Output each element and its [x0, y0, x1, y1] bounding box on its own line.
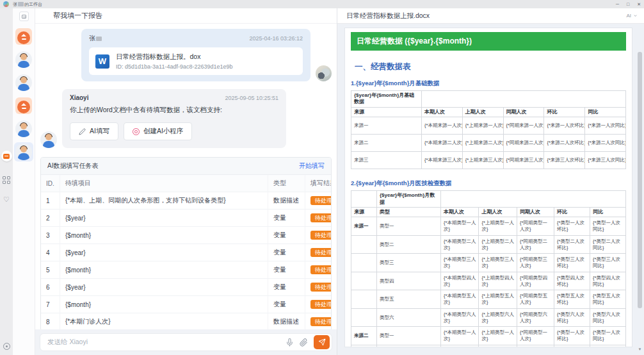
assistant-message-time: 2025-09-05 10:25:51 — [225, 95, 278, 101]
task-status: 待处理 — [305, 313, 331, 329]
task-row-8: 8{*本期门诊人次}数据描述待处理 — [41, 313, 331, 329]
task-id: 5 — [41, 261, 60, 279]
doc-subheading-1: 1.{$year}年{$month}月基础数据 — [351, 79, 626, 88]
minimize-button[interactable]: ─ — [616, 2, 619, 6]
agent-avatar-3[interactable] — [14, 73, 33, 92]
microphone-button[interactable] — [286, 338, 294, 347]
task-row-6: 6{$year}变量待处理 — [41, 279, 331, 296]
scroll-down-arrow[interactable]: ▼ — [638, 347, 642, 351]
miniprogram-icon — [133, 128, 140, 135]
paperclip-icon — [300, 338, 308, 347]
window-title: 张的工作台 — [13, 1, 42, 8]
table2-row: 来源一类型一{*本期类型一人次}{*上期类型一人次}{*同期类型一人次}{*类型… — [351, 217, 626, 236]
agent-avatar-4[interactable] — [14, 96, 33, 115]
user-message: 张 2025-04-16 03:26:12 W 日常经营指标数据上报。dox I… — [40, 29, 332, 81]
task-item: {$year} — [60, 244, 268, 261]
status-badge: 待处理 — [310, 283, 331, 292]
agent-avatar-1[interactable] — [14, 27, 33, 46]
doc-subheading-2: 2.{$year}年{$month}月医技检查数据 — [351, 179, 626, 188]
create-ai-miniprogram-button[interactable]: 创建AI小程序 — [124, 122, 192, 140]
document-title: 日常经营指标数据上报.docx — [346, 12, 430, 21]
chat-nav-button[interactable] — [0, 151, 13, 161]
agent-avatar-6[interactable] — [14, 142, 33, 161]
scrollbar-thumb[interactable] — [638, 52, 642, 308]
document-body: 日常经营数据 ({$year}.{$month}) 一、经营数据表 1.{$ye… — [337, 24, 644, 355]
maximize-button[interactable]: □ — [627, 2, 629, 6]
table2-caption-row: {$year}年{$month}月数据 — [351, 191, 626, 208]
conversation-list-button[interactable] — [19, 12, 29, 21]
assistant-avatar[interactable] — [40, 131, 57, 148]
ai-menu-button[interactable]: AI — [626, 13, 638, 19]
ai-fill-button[interactable]: AI填写 — [70, 122, 118, 140]
table2-row: 类型四{*本期类型四人次}{*上期类型四人次}{*同期类型四人次}{*类型四人次… — [351, 272, 626, 290]
app-logo-icon — [3, 1, 9, 7]
table1-caption-row: {$year}年{$month}月基础数据 — [351, 91, 626, 108]
task-type: 变量 — [268, 244, 305, 261]
input-placeholder: 发送给 Xiaoyi — [47, 338, 280, 347]
start-fill-link[interactable]: 开始填写 — [299, 161, 325, 170]
task-item: {$month} — [60, 227, 268, 244]
task-table-header-row: ID. 待填项目 类型 填写结果 — [41, 175, 331, 192]
agent-avatar-5[interactable] — [14, 119, 33, 138]
ai-task-table: AI数据填写任务表 开始填写 ID. 待填项目 类型 填写结果 1{*本期、上期… — [40, 157, 332, 329]
table2-row: 类型三{*本期类型三人次}{*上期类型三人次}{*同期类型三人次}{*类型三人次… — [351, 254, 626, 272]
col-header-id: ID. — [41, 175, 60, 192]
doc-banner: 日常经营数据 ({$year}.{$month}) — [351, 32, 626, 51]
task-type: 变量 — [268, 210, 305, 227]
document-page: 日常经营数据 ({$year}.{$month}) 一、经营数据表 1.{$ye… — [344, 28, 632, 347]
status-badge: 待处理 — [310, 317, 331, 326]
task-id: 1 — [41, 192, 60, 210]
table1-header-row: 来源本期人次上期人次同期人次环比同比 — [351, 107, 626, 117]
word-file-icon: W — [95, 54, 109, 69]
window-title-prefix: 张 — [13, 1, 17, 8]
redacted-name — [96, 37, 102, 41]
table2-row: 类型二{*本期类型二人次}{*上期类型二人次}{*同期类型二人次}{*类型二人次… — [351, 345, 626, 347]
task-item: {*本期门诊人次} — [60, 313, 268, 329]
favorites-nav-button[interactable]: ♡ — [0, 195, 13, 204]
exam-data-table: {$year}年{$month}月数据来源类型本期人次上期人次同期人次环比同比来… — [351, 190, 626, 347]
task-id: 8 — [41, 313, 60, 329]
titlebar: 张的工作台 ─ □ ✕ — [0, 0, 644, 8]
person-avatar-icon — [15, 51, 32, 68]
task-type: 数据描述 — [268, 313, 305, 329]
task-id: 7 — [41, 296, 60, 313]
task-row-3: 3{$month}变量待处理 — [41, 227, 331, 244]
status-badge: 待处理 — [310, 196, 331, 205]
heart-icon: ♡ — [3, 195, 10, 204]
apps-nav-button[interactable] — [0, 176, 13, 184]
assistant-message: Xiaoyi 2025-09-05 10:25:51 你上传的Word文档中含有… — [40, 89, 332, 148]
status-badge: 待处理 — [310, 248, 331, 257]
task-type: 变量 — [268, 279, 305, 296]
task-row-7: 7{$month}变量待处理 — [41, 296, 331, 313]
app-window: 张的工作台 ─ □ ✕ ♡ — [0, 0, 644, 355]
person-avatar-icon — [15, 120, 32, 137]
agent-list — [13, 8, 35, 355]
task-item: {$month} — [60, 261, 268, 279]
message-input[interactable]: 发送给 Xiaoyi — [40, 333, 332, 351]
agent-avatar-2[interactable] — [14, 50, 33, 69]
chat-panel: 帮我填一下报告 张 2025-04-16 03:26:12 W — [35, 8, 337, 355]
settings-nav-button[interactable] — [0, 343, 13, 350]
attached-file-card[interactable]: W 日常经营指标数据上报。dox ID: d5d1d1ba-3a11-4adf-… — [89, 47, 303, 75]
chevron-down-icon — [633, 13, 638, 18]
file-id: ID: d5d1d1ba-3a11-4adf-9ac8-22639d1e1e9b — [116, 63, 232, 70]
send-button[interactable] — [314, 335, 330, 349]
task-type: 变量 — [268, 227, 305, 244]
redacted-name — [18, 2, 24, 6]
task-id: 6 — [41, 279, 60, 296]
task-item: {*本期、上期、同期的人次条形图，支持下钻到设备类型} — [60, 192, 268, 210]
attach-button[interactable] — [300, 338, 308, 347]
bot-avatar-icon — [15, 28, 32, 45]
col-header-item: 待填项目 — [60, 175, 268, 192]
task-item: {$year} — [60, 210, 268, 227]
person-avatar-icon — [15, 144, 32, 160]
task-item: {$year} — [60, 279, 268, 296]
task-row-4: 4{$year}变量待处理 — [41, 244, 331, 261]
close-button[interactable]: ✕ — [637, 2, 641, 6]
user-avatar-photo[interactable] — [316, 65, 332, 81]
col-header-type: 类型 — [268, 175, 305, 192]
task-status: 待处理 — [305, 244, 331, 261]
task-type: 数据描述 — [268, 192, 305, 210]
task-table-title: AI数据填写任务表 — [47, 161, 98, 170]
task-row-5: 5{$month}变量待处理 — [41, 261, 331, 279]
